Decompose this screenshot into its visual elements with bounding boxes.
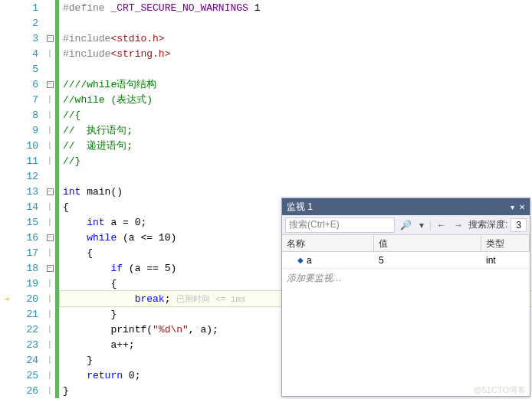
token: // 递进语句; xyxy=(63,139,133,152)
change-indicator xyxy=(55,153,59,168)
line-number: 10 xyxy=(14,140,44,152)
fold-gutter[interactable]: − xyxy=(44,234,55,241)
line-number: 15 xyxy=(14,217,44,228)
change-indicator xyxy=(55,184,59,199)
watch-toolbar: 搜索(Ctrl+E) 🔎 ▾ | ← → 搜索深度: 3 xyxy=(282,215,530,235)
change-indicator xyxy=(55,230,59,245)
fold-gutter[interactable]: │ xyxy=(44,325,55,333)
dropdown-icon[interactable]: ▾ xyxy=(417,220,426,231)
fold-collapse-icon[interactable]: − xyxy=(47,81,54,88)
token: #include xyxy=(63,33,110,44)
token: if xyxy=(110,263,123,274)
code-line[interactable] xyxy=(60,15,532,31)
token: a++; xyxy=(110,339,134,351)
line-number: 14 xyxy=(14,201,44,213)
col-type[interactable]: 类型 xyxy=(481,235,530,251)
fold-gutter[interactable]: │ xyxy=(44,371,55,379)
code-line[interactable]: #include<string.h> xyxy=(60,46,532,61)
code-line[interactable]: #define _CRT_SECURE_NO_WARNINGS 1 xyxy=(60,0,532,15)
fold-gutter[interactable]: │ xyxy=(44,310,55,318)
watch-panel: 监视 1 ▾ ✕ 搜索(Ctrl+E) 🔎 ▾ | ← → 搜索深度: 3 名称… xyxy=(281,198,530,397)
token: _CRT_SECURE_NO_WARNINGS xyxy=(110,2,248,14)
line-number: 20 xyxy=(14,293,44,305)
variable-icon: ◆ xyxy=(297,256,304,264)
token: int xyxy=(87,217,104,228)
line-number: 6 xyxy=(14,79,44,90)
line-number: 13 xyxy=(14,186,44,198)
fold-gutter[interactable]: │ xyxy=(44,203,55,211)
code-line[interactable]: //{ xyxy=(60,107,532,123)
change-indicator xyxy=(55,337,59,352)
fold-collapse-icon[interactable]: − xyxy=(47,35,54,42)
watch-titlebar[interactable]: 监视 1 ▾ ✕ xyxy=(282,198,530,215)
fold-gutter[interactable]: │ xyxy=(44,96,55,103)
var-name: a xyxy=(307,255,312,266)
fold-gutter[interactable]: │ xyxy=(44,249,55,257)
fold-gutter[interactable]: │ xyxy=(44,356,55,364)
token: { xyxy=(63,201,69,213)
fold-gutter[interactable]: − xyxy=(44,188,55,195)
code-line[interactable]: // 执行语句; xyxy=(60,123,532,138)
fold-gutter[interactable]: │ xyxy=(44,280,55,287)
perf-hint[interactable]: 已用时间 <= 1ms xyxy=(176,293,245,305)
fold-gutter[interactable]: │ xyxy=(44,142,55,149)
change-indicator xyxy=(55,291,59,306)
fold-gutter[interactable]: │ xyxy=(44,218,55,226)
search-icon[interactable]: 🔎 xyxy=(398,220,414,231)
change-indicator xyxy=(55,306,59,322)
fold-gutter[interactable]: │ xyxy=(44,126,55,134)
token: 1 xyxy=(248,2,261,14)
code-line[interactable]: // 递进语句; xyxy=(60,138,532,153)
depth-value[interactable]: 3 xyxy=(511,218,527,232)
token: ////while语句结构 xyxy=(63,77,156,91)
fold-gutter[interactable]: − xyxy=(44,265,55,272)
change-indicator xyxy=(55,214,59,230)
nav-back-icon[interactable]: ← xyxy=(435,220,448,231)
fold-gutter[interactable]: − xyxy=(44,81,55,88)
token: printf xyxy=(110,324,146,335)
fold-gutter[interactable]: − xyxy=(44,35,55,42)
line-number: 12 xyxy=(14,171,44,182)
line-number: 23 xyxy=(14,339,44,351)
fold-gutter[interactable]: │ xyxy=(44,111,55,119)
code-line[interactable]: //} xyxy=(60,153,532,168)
line-number: 1 xyxy=(14,2,44,14)
nav-forward-icon[interactable]: → xyxy=(452,220,465,231)
token: (a == 5) xyxy=(123,263,176,274)
panel-menu-icon[interactable]: ▾ xyxy=(511,203,514,211)
add-watch-prompt[interactable]: 添加要监视… xyxy=(282,269,530,288)
change-indicator xyxy=(55,61,59,77)
fold-collapse-icon[interactable]: − xyxy=(47,188,54,195)
change-indicator xyxy=(55,123,59,138)
code-line[interactable]: int main() xyxy=(60,184,532,199)
change-indicator xyxy=(55,77,59,92)
code-line[interactable]: ////while语句结构 xyxy=(60,77,532,92)
fold-gutter[interactable]: │ xyxy=(44,157,55,165)
fold-gutter[interactable]: │ xyxy=(44,50,55,57)
token: //} xyxy=(63,155,80,167)
col-value[interactable]: 值 xyxy=(374,235,481,251)
line-number: 26 xyxy=(14,385,44,397)
fold-collapse-icon[interactable]: − xyxy=(47,234,54,241)
code-line[interactable]: //while (表达式) xyxy=(60,92,532,107)
change-indicator xyxy=(55,368,59,383)
toolbar-separator: | xyxy=(429,220,432,231)
code-line[interactable] xyxy=(60,61,532,77)
token: //{ xyxy=(63,110,80,121)
token: () xyxy=(110,186,123,198)
fold-gutter[interactable]: │ xyxy=(44,295,55,303)
fold-gutter[interactable]: │ xyxy=(44,387,55,394)
fold-gutter[interactable]: │ xyxy=(44,341,55,348)
watch-row[interactable]: ◆a5int xyxy=(282,252,530,269)
change-indicator xyxy=(55,322,59,337)
line-number: 17 xyxy=(14,247,44,259)
code-line[interactable] xyxy=(60,168,532,184)
search-input[interactable]: 搜索(Ctrl+E) xyxy=(285,217,395,233)
var-type: int xyxy=(481,255,530,266)
token: #include xyxy=(63,48,110,60)
close-icon[interactable]: ✕ xyxy=(519,203,525,211)
code-line[interactable]: #include<stdio.h> xyxy=(60,31,532,46)
token: { xyxy=(87,247,93,259)
fold-collapse-icon[interactable]: − xyxy=(47,265,54,272)
col-name[interactable]: 名称 xyxy=(282,235,374,251)
